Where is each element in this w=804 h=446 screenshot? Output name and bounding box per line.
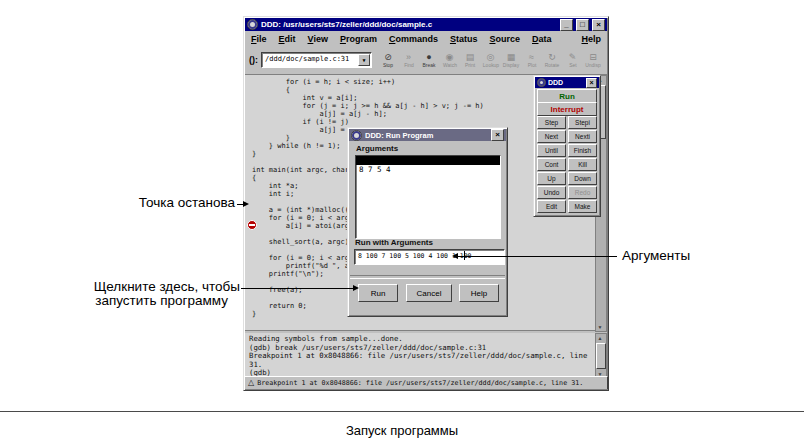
rotate-toolbar-button[interactable]: ↻Rotate xyxy=(542,53,562,68)
set-icon: ✎ xyxy=(563,53,583,62)
print-toolbar-button[interactable]: ▤Print xyxy=(460,53,480,68)
toolbar-icons: ⊘Stop »Find ●Break ◉Watch ▤Print ◎Lookup… xyxy=(378,53,603,68)
maximize-icon[interactable]: □ xyxy=(576,19,589,31)
redo-button[interactable]: Redo xyxy=(568,186,597,199)
ddd-app-icon xyxy=(247,19,258,30)
kill-button[interactable]: Kill xyxy=(568,158,597,171)
stepi-button[interactable]: Stepi xyxy=(568,116,597,129)
status-bar: △ Breakpoint 1 at 0x8048866: file /usr/u… xyxy=(245,376,607,389)
breakpoint-icon: ● xyxy=(419,53,439,62)
breakpoint-stop-icon[interactable] xyxy=(247,220,257,230)
print-icon: ▤ xyxy=(460,53,480,62)
cancel-button[interactable]: Cancel xyxy=(406,284,452,302)
make-button[interactable]: Make xyxy=(568,200,597,213)
menu-view[interactable]: View xyxy=(302,33,334,45)
lookup-toolbar-button[interactable]: ◎Lookup xyxy=(481,53,501,68)
arguments-history-list[interactable]: 8 7 5 4 xyxy=(355,155,501,239)
breakpoint-annotation: Точка останова xyxy=(95,195,235,210)
status-message: Breakpoint 1 at 0x8048866: file /usr/use… xyxy=(257,379,583,387)
run-arguments-input[interactable]: 8 100 7 100 5 100 4 100 1 100 xyxy=(354,249,505,265)
arrow-right-icon xyxy=(243,201,249,207)
finish-button[interactable]: Finish xyxy=(568,144,597,157)
list-item[interactable]: 8 7 5 4 xyxy=(356,165,500,174)
figure-caption: Запуск программы xyxy=(0,423,804,438)
menubar: File Edit View Program Commands Status S… xyxy=(245,31,607,46)
window-title: DDD: /usr/users/sts7/zeller/ddd/doc/samp… xyxy=(261,20,557,29)
step-button[interactable]: Step xyxy=(537,116,566,129)
lookup-icon: ◎ xyxy=(481,53,501,62)
find-icon: » xyxy=(399,53,419,62)
dialog-separator xyxy=(350,275,505,279)
arguments-annotation-line xyxy=(458,256,617,257)
help-button[interactable]: Help xyxy=(459,284,499,302)
argument-prompt-label: (): xyxy=(249,55,258,65)
menu-help[interactable]: Help xyxy=(575,33,607,45)
arguments-label: Arguments xyxy=(356,144,398,153)
watch-toolbar-button[interactable]: ◉Watch xyxy=(440,53,460,68)
plot-toolbar-button[interactable]: ≈Plot xyxy=(522,53,542,68)
console-scrollbar-thumb[interactable] xyxy=(596,343,606,369)
dialog-title: DDD: Run Program xyxy=(365,131,488,140)
menu-edit[interactable]: Edit xyxy=(273,33,302,45)
arrow-left-icon xyxy=(452,253,458,259)
menu-status[interactable]: Status xyxy=(444,33,484,45)
scroll-down-icon[interactable]: ▼ xyxy=(596,323,604,331)
undisplay-icon: ⊟ xyxy=(583,53,603,62)
next-button[interactable]: Next xyxy=(537,130,566,143)
ddd-app-icon xyxy=(351,130,362,141)
cont-button[interactable]: Cont xyxy=(537,158,566,171)
run-command-button[interactable]: Run xyxy=(537,89,597,103)
close-icon[interactable]: × xyxy=(491,129,504,141)
warning-triangle-icon: △ xyxy=(248,379,254,387)
command-tool-window: DDD × Run Interrupt Step Stepi Next Next… xyxy=(533,75,601,217)
close-icon[interactable]: × xyxy=(592,19,605,31)
menu-data[interactable]: Data xyxy=(526,33,558,45)
interrupt-button[interactable]: Interrupt xyxy=(537,102,597,116)
chevron-down-icon[interactable]: ▼ xyxy=(358,54,370,66)
nexti-button[interactable]: Nexti xyxy=(568,130,597,143)
display-icon: ▦ xyxy=(501,53,521,62)
run-annotation-line xyxy=(241,288,353,289)
run-program-dialog: DDD: Run Program × Arguments 8 7 5 4 Run… xyxy=(347,127,508,317)
command-tool-titlebar[interactable]: DDD × xyxy=(535,77,599,88)
menu-source[interactable]: Source xyxy=(483,33,526,45)
up-button[interactable]: Up xyxy=(537,172,566,185)
edit-button[interactable]: Edit xyxy=(537,200,566,213)
run-button[interactable]: Run xyxy=(358,284,398,302)
run-annotation-line1: Щелкните здесь, чтобы xyxy=(40,279,240,294)
stop-toolbar-button[interactable]: ⊘Stop xyxy=(378,53,398,68)
argument-field[interactable]: /ddd/doc/sample.c:31 ▼ xyxy=(261,52,372,68)
gdb-console-text[interactable]: Reading symbols from sample...done. (gdb… xyxy=(245,333,597,377)
scroll-up-icon[interactable]: ▲ xyxy=(596,334,604,342)
stop-icon: ⊘ xyxy=(378,53,398,62)
command-tool-title: DDD xyxy=(548,79,584,86)
display-toolbar-button[interactable]: ▦Display xyxy=(501,53,521,68)
watch-icon: ◉ xyxy=(440,53,460,62)
arguments-annotation: Аргументы xyxy=(622,248,690,263)
dialog-titlebar[interactable]: DDD: Run Program × xyxy=(349,129,506,141)
find-toolbar-button[interactable]: »Find xyxy=(399,53,419,68)
console-scrollbar[interactable]: ▲ ▼ xyxy=(595,333,607,379)
undisplay-toolbar-button[interactable]: ⊟Undisp xyxy=(583,53,603,68)
close-icon[interactable]: × xyxy=(586,78,597,88)
menu-commands[interactable]: Commands xyxy=(383,33,444,45)
break-toolbar-button[interactable]: ●Break xyxy=(419,53,439,68)
plot-icon: ≈ xyxy=(522,53,542,62)
run-annotation-line2: запустить программу xyxy=(40,293,228,308)
minimize-icon[interactable]: _ xyxy=(560,19,573,31)
until-button[interactable]: Until xyxy=(537,144,566,157)
gdb-console[interactable]: Reading symbols from sample...done. (gdb… xyxy=(245,333,597,377)
run-with-arguments-label: Run with Arguments xyxy=(355,238,433,247)
menu-program[interactable]: Program xyxy=(334,33,383,45)
set-toolbar-button[interactable]: ✎Set xyxy=(563,53,583,68)
down-button[interactable]: Down xyxy=(568,172,597,185)
command-buttons: Step Stepi Next Nexti Until Finish Cont … xyxy=(537,116,597,214)
main-titlebar[interactable]: DDD: /usr/users/sts7/zeller/ddd/doc/samp… xyxy=(245,18,607,31)
figure-canvas: DDD: /usr/users/sts7/zeller/ddd/doc/samp… xyxy=(0,0,804,446)
ddd-app-icon xyxy=(537,78,546,87)
list-item-selected[interactable] xyxy=(356,156,500,165)
arrow-right-icon xyxy=(353,285,359,291)
figure-divider xyxy=(0,411,804,412)
undo-button[interactable]: Undo xyxy=(537,186,566,199)
menu-file[interactable]: File xyxy=(245,33,273,45)
